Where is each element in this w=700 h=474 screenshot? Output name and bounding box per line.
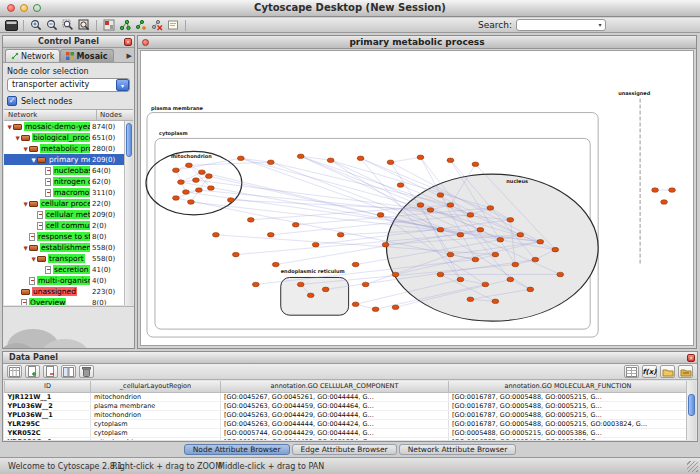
table-cell[interactable]: mitochondrion	[91, 392, 221, 401]
network-node[interactable]	[205, 174, 212, 179]
tree-scrollbar-thumb[interactable]	[126, 123, 132, 157]
network-node[interactable]	[492, 252, 499, 257]
network-node[interactable]	[447, 252, 454, 257]
network-node[interactable]	[252, 282, 259, 287]
network-canvas[interactable]: plasma membranecytoplasmmitochondrionnuc…	[140, 50, 694, 346]
table-scrollbar[interactable]	[686, 381, 696, 440]
network-node[interactable]	[492, 299, 499, 304]
network-node[interactable]	[297, 282, 304, 287]
network-node[interactable]	[557, 272, 564, 277]
table-cell[interactable]: cytoplasm	[91, 419, 221, 428]
table-scrollbar-thumb[interactable]	[688, 394, 695, 416]
network-node[interactable]	[372, 307, 379, 312]
tree-item-secretion[interactable]: secretion41(0)	[4, 264, 124, 275]
network-node[interactable]	[397, 183, 404, 188]
tree-item-biological-process[interactable]: ▼biological_process651(0)	[4, 132, 124, 143]
table-cell[interactable]: YPL036W__2	[5, 401, 91, 410]
network-node[interactable]	[472, 257, 479, 262]
first-neighbors-button[interactable]	[117, 19, 133, 32]
table-cell[interactable]: [GO:0045263, GO:0044429, GO:0044444, G..…	[221, 410, 449, 419]
network-node[interactable]	[183, 190, 190, 195]
network-node[interactable]	[352, 262, 359, 267]
network-window-titlebar[interactable]: primary metabolic process	[138, 36, 696, 49]
console-button[interactable]	[3, 19, 19, 32]
network-node[interactable]	[507, 277, 514, 282]
network-node[interactable]	[337, 232, 344, 237]
tree-item-nucleobase-nucleoside-nucleotide-and-nucleic-acid-metabolic-process[interactable]: nucleobase, nucleoside, nucleotide and n…	[4, 165, 124, 176]
table-cell[interactable]: [GO:0045263, GO:0044444, GO:0044424, G..…	[221, 419, 449, 428]
dropdown-arrow-icon[interactable]: ▾	[116, 79, 129, 91]
network-node[interactable]	[297, 154, 304, 159]
network-node[interactable]	[267, 232, 274, 237]
resize-grip[interactable]	[687, 461, 698, 472]
tree-item-cellular-metabolic-process[interactable]: cellular metabolic process209(0)	[4, 209, 124, 220]
tree-item-primary-metabolic-process[interactable]: ▼primary metabolic process209(0)	[4, 154, 124, 165]
network-node[interactable]	[482, 282, 489, 287]
table-cell[interactable]: mitochondrion	[91, 410, 221, 419]
table-row[interactable]: YPL036W__2plasma membrane[GO:0045263, GO…	[5, 401, 688, 410]
table-cell[interactable]: [GO:0016787, GO:0005488, GO:0005215, G..…	[449, 401, 688, 410]
column-header-cellularlayoutregion[interactable]: _cellularLayoutRegion	[91, 381, 221, 392]
search-input[interactable]	[516, 19, 606, 31]
network-node[interactable]	[387, 160, 394, 165]
network-node[interactable]	[467, 213, 474, 218]
network-node[interactable]	[437, 227, 444, 232]
network-node[interactable]	[212, 232, 219, 237]
network-node[interactable]	[382, 242, 389, 247]
window-titlebar[interactable]: Cytoscape Desktop (New Session)	[0, 0, 700, 17]
import-attributes-button[interactable]	[660, 365, 675, 378]
network-node[interactable]	[352, 302, 359, 307]
network-node[interactable]	[392, 272, 399, 277]
tree-header-network[interactable]: Network	[4, 110, 97, 120]
tree-scrollbar[interactable]	[124, 121, 133, 305]
network-node[interactable]	[532, 257, 539, 262]
data-panel-close-icon[interactable]: ✕	[687, 354, 695, 362]
table-cell[interactable]: [GO:0005488, GO:0005215, GO:0005386, G..…	[449, 428, 688, 437]
network-node[interactable]	[437, 193, 444, 198]
network-node[interactable]	[417, 203, 424, 208]
network-node[interactable]	[457, 277, 464, 282]
table-row[interactable]: YDR039C__1mitochondrion[GO:0016021, GO:0…	[5, 437, 688, 440]
network-window-close-button[interactable]	[142, 39, 149, 46]
tab-network[interactable]: Network	[5, 49, 60, 62]
network-node[interactable]	[193, 178, 200, 183]
tree-item-overview[interactable]: Overview8(0)	[4, 297, 124, 305]
network-node[interactable]	[186, 163, 193, 168]
tab-network-attribute-browser[interactable]: Network Attribute Browser	[399, 444, 517, 455]
tree-item-response-to-stimulus[interactable]: response to stimulus8(0)	[4, 231, 124, 242]
table-cell[interactable]: [GO:0005744, GO:0044429, GO:0044444, G..…	[221, 428, 449, 437]
network-node[interactable]	[247, 218, 254, 223]
network-node[interactable]	[477, 227, 484, 232]
tab-node-attribute-browser[interactable]: Node Attribute Browser	[184, 444, 290, 455]
function-builder-button[interactable]: f(x)	[642, 365, 657, 378]
network-node[interactable]	[417, 155, 424, 160]
network-node[interactable]	[377, 213, 384, 218]
network-node[interactable]	[552, 247, 559, 252]
tree-item-nitrogen-compound-metabolic-process[interactable]: nitrogen compound metabolic process62(0)	[4, 176, 124, 187]
table-cell[interactable]: [GO:0016787, GO:0005488, GO:0005215, GO:…	[449, 419, 688, 428]
table-cell[interactable]: YKR052C	[5, 428, 91, 437]
zoom-out-button[interactable]	[44, 19, 60, 32]
load-attributes-button[interactable]	[678, 365, 693, 378]
annotation-button[interactable]	[165, 19, 181, 32]
table-cell[interactable]: [GO:0016787, GO:0005488, GO:0005215, G..…	[449, 410, 688, 419]
trash-button[interactable]	[79, 365, 94, 378]
network-node[interactable]	[237, 156, 244, 161]
table-cell[interactable]: [GO:0016787, GO:0005488, GO:0005215, G..…	[449, 392, 688, 401]
destroy-network-button[interactable]	[149, 19, 165, 32]
network-node[interactable]	[267, 160, 274, 165]
expand-arrow-icon[interactable]: ▼	[30, 157, 37, 163]
network-node[interactable]	[198, 170, 205, 175]
network-node[interactable]	[472, 162, 479, 167]
table-row[interactable]: YPL036W__1mitochondrion[GO:0045263, GO:0…	[5, 410, 688, 419]
delete-attribute-button[interactable]	[43, 365, 58, 378]
network-node[interactable]	[362, 282, 369, 287]
table-row[interactable]: YJR121W__1mitochondrion[GO:0045267, GO:0…	[5, 392, 688, 401]
network-node[interactable]	[652, 188, 659, 193]
zoom-selected-region-button[interactable]	[60, 19, 76, 32]
table-cell[interactable]: YDR039C__1	[5, 437, 91, 440]
table-cell[interactable]: [GO:0016021, GO:0044425, GO:0031224, G..…	[221, 437, 449, 440]
tree-item-establishment-of-localization[interactable]: ▼establishment of localization558(0)	[4, 242, 124, 253]
tree-header-nodes[interactable]: Nodes	[97, 110, 133, 120]
network-node[interactable]	[427, 208, 434, 213]
